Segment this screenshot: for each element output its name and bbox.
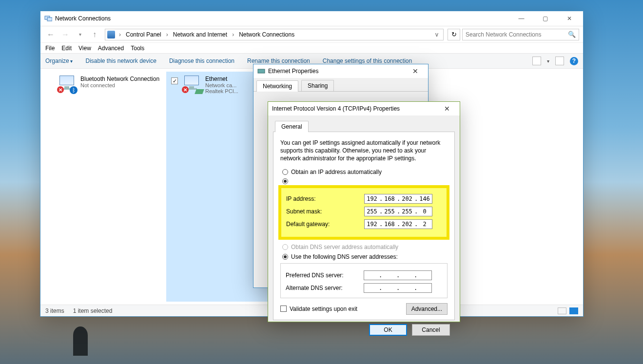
dialog-panel: You can get IP settings assigned automat… [273,132,455,320]
preview-pane-button[interactable] [555,57,564,65]
gateway-label: Default gateway: [286,221,364,228]
connection-status: Network ca... [205,82,238,88]
maximize-button[interactable]: ▢ [534,12,556,25]
breadcrumb[interactable]: Network and Internet [172,30,228,39]
wallpaper-runner [73,326,88,356]
search-input[interactable]: Search Network Connections 🔍 [462,29,579,40]
tab-sharing[interactable]: Sharing [301,80,334,91]
ethernet-plug-icon [195,89,204,94]
dialog-title: Internet Protocol Version 4 (TCP/IPv4) P… [272,105,400,112]
alt-dns-label: Alternate DNS server: [286,285,364,291]
cancel-button[interactable]: Cancel [412,324,450,336]
diagnose-connection[interactable]: Diagnose this connection [169,57,234,64]
nic-icon [257,67,265,75]
refresh-button[interactable]: ↻ [448,29,460,40]
organize-menu[interactable]: Organize [45,57,73,64]
subnet-label: Subnet mask: [286,208,364,215]
back-button[interactable]: ← [44,28,57,41]
network-icon: ✕ [182,76,201,93]
menu-edit[interactable]: Edit [61,45,72,52]
forward-button[interactable]: → [59,28,72,41]
unavailable-icon: ✕ [182,86,189,93]
ipv4-properties-dialog: Internet Protocol Version 4 (TCP/IPv4) P… [268,101,460,322]
pref-dns-label: Preferred DNS server: [286,272,364,279]
titlebar[interactable]: Network Connections — ▢ ✕ [40,11,583,26]
dialog-titlebar[interactable]: Internet Protocol Version 4 (TCP/IPv4) P… [268,102,460,115]
connection-name: Ethernet [205,76,238,82]
tabset: General [273,120,455,132]
bluetooth-icon: ᛒ [70,86,78,94]
menu-tools[interactable]: Tools [131,45,144,52]
gateway-input[interactable]: 192. 168. 202. 2 [364,219,432,229]
breadcrumb-sep [117,31,123,38]
dialog-titlebar[interactable]: Ethernet Properties ✕ [253,64,428,78]
menu-bar: File Edit View Advanced Tools [40,42,583,53]
menu-view[interactable]: View [78,45,91,52]
disable-device[interactable]: Disable this network device [85,57,156,64]
alternate-dns-row: Alternate DNS server: . . . [286,283,442,293]
svg-rect-2 [258,69,265,73]
window-title: Network Connections [55,15,111,22]
dialog-close-button[interactable]: ✕ [438,103,456,115]
search-placeholder: Search Network Connections [466,31,541,38]
change-settings[interactable]: Change settings of this connection [323,57,412,64]
address-dropdown[interactable]: v [432,31,441,38]
obtain-dns-auto-radio[interactable]: Obtain DNS server address automatically [282,244,448,250]
ip-address-row: IP address: 192. 168. 202. 146 [286,194,442,204]
view-options-button[interactable] [532,57,541,65]
preferred-dns-input[interactable]: . . . [364,270,432,280]
tiles-view-button[interactable] [569,307,578,314]
svg-rect-1 [47,18,52,21]
address-bar[interactable]: Control Panel Network and Internet Netwo… [105,29,444,40]
recent-dropdown[interactable]: ▾ [74,28,86,41]
menu-advanced[interactable]: Advanced [98,45,124,52]
alternate-dns-input[interactable]: . . . [364,283,432,293]
up-button[interactable]: ↑ [88,28,101,41]
dialog-buttons: OK Cancel [273,320,455,336]
help-button[interactable]: ? [570,57,578,65]
view-dropdown-icon[interactable]: ▾ [547,58,549,64]
validate-checkbox[interactable]: Validate settings upon exit [280,306,357,312]
menu-file[interactable]: File [45,45,55,52]
rename-connection[interactable]: Rename this connection [247,57,310,64]
connection-driver: Realtek PCI... [205,88,238,94]
obtain-ip-auto-radio[interactable]: Obtain an IP address automatically [282,169,448,175]
checkbox-icon [280,306,287,312]
dialog-title: Ethernet Properties [268,68,318,75]
radio-icon [282,178,288,184]
navigation-bar: ← → ▾ ↑ Control Panel Network and Intern… [40,26,583,42]
radio-icon [282,169,288,175]
close-button[interactable]: ✕ [558,12,580,25]
selection-count: 1 item selected [73,307,113,314]
radio-icon [282,254,288,260]
breadcrumb[interactable]: Control Panel [125,30,162,39]
ok-button[interactable]: OK [369,324,407,336]
location-icon [107,31,115,38]
use-ip-radio[interactable] [282,178,448,184]
tab-general[interactable]: General [275,121,309,132]
subnet-mask-input[interactable]: 255. 255. 255. 0 [364,207,432,216]
gateway-row: Default gateway: 192. 168. 202. 2 [286,219,442,229]
connection-item-bluetooth[interactable]: ✕ ᛒ Bluetooth Network Connection Not con… [40,72,166,302]
use-dns-radio[interactable]: Use the following DNS server addresses: [282,253,448,260]
subnet-mask-row: Subnet mask: 255. 255. 255. 0 [286,207,442,216]
ip-address-input[interactable]: 192. 168. 202. 146 [364,194,432,204]
minimize-button[interactable]: — [510,12,532,25]
connection-status: Not connected [80,82,159,88]
selection-checkbox[interactable]: ✓ [171,77,178,84]
connection-name: Bluetooth Network Connection [80,76,159,82]
advanced-button[interactable]: Advanced... [406,303,448,315]
settings-description: You can get IP settings assigned automat… [280,139,448,163]
dialog-close-button[interactable]: ✕ [407,65,424,77]
radio-icon [282,244,288,250]
tab-networking[interactable]: Networking [256,80,298,92]
app-icon [44,15,52,22]
ip-fields-highlight: IP address: 192. 168. 202. 146 Subnet ma… [278,185,449,240]
details-view-button[interactable] [558,307,566,314]
tabset: Networking Sharing [253,78,428,92]
breadcrumb[interactable]: Network Connections [238,30,295,39]
item-count: 3 items [45,307,64,314]
preferred-dns-row: Preferred DNS server: . . . [286,270,442,280]
dns-group: Preferred DNS server: . . . Alternate DN… [280,263,448,298]
ip-label: IP address: [286,195,364,202]
